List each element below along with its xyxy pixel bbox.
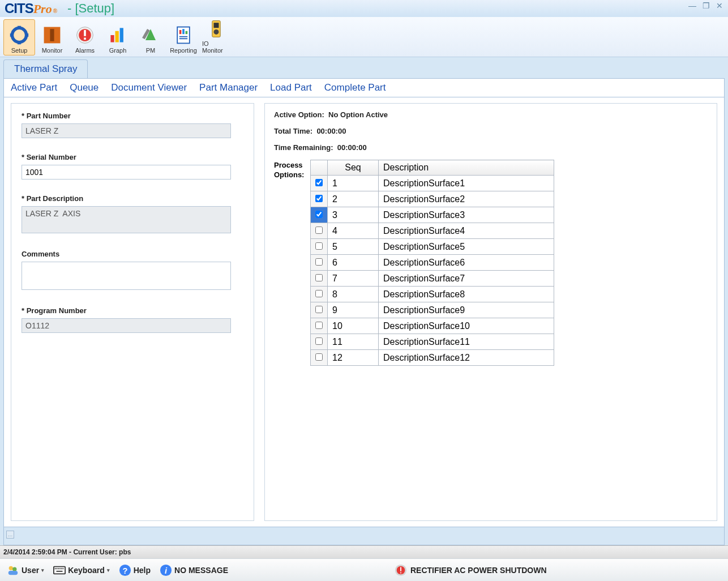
row-checkbox[interactable] — [315, 274, 323, 281]
svg-rect-39 — [400, 572, 401, 573]
row-checkbox[interactable] — [315, 338, 323, 345]
svg-rect-22 — [8, 570, 18, 574]
process-options-grid: Seq Description 1DescriptionSurface12Des… — [310, 160, 554, 366]
part-number-field — [22, 123, 231, 138]
close-icon[interactable]: ✕ — [714, 1, 725, 10]
info-icon: i — [160, 564, 172, 576]
part-form: * Part Number * Serial Number * Part Des… — [11, 103, 254, 521]
svg-rect-25 — [55, 568, 56, 569]
table-row[interactable]: 8DescriptionSurface8 — [311, 287, 554, 302]
row-seq: 8 — [328, 287, 379, 302]
table-row[interactable]: 3DescriptionSurface3 — [311, 207, 554, 223]
toolbar-reporting[interactable]: Reporting — [168, 19, 199, 55]
row-seq: 5 — [328, 239, 379, 255]
io-monitor-icon — [205, 19, 228, 39]
row-checkbox[interactable] — [315, 290, 323, 297]
svg-rect-38 — [400, 567, 401, 571]
table-row[interactable]: 4DescriptionSurface4 — [311, 223, 554, 239]
minimize-icon[interactable]: — — [687, 1, 697, 10]
message-indicator[interactable]: i NO MESSAGE — [156, 562, 232, 579]
table-row[interactable]: 10DescriptionSurface10 — [311, 318, 554, 334]
part-description-field: LASER Z AXIS — [22, 206, 231, 233]
alarms-icon — [74, 24, 96, 46]
table-row[interactable]: 11DescriptionSurface11 — [311, 334, 554, 350]
svg-rect-24 — [54, 567, 65, 573]
comments-label: Comments — [22, 250, 243, 258]
subnav-complete-part[interactable]: Complete Part — [324, 82, 386, 93]
row-checkbox[interactable] — [315, 242, 323, 250]
part-description-label: * Part Description — [22, 194, 243, 203]
toolbar-pm[interactable]: PM — [135, 19, 166, 55]
svg-text:?: ? — [122, 566, 127, 575]
row-desc: DescriptionSurface7 — [379, 271, 554, 287]
row-desc: DescriptionSurface11 — [379, 334, 554, 350]
serial-number-field[interactable] — [22, 165, 231, 180]
tab-thermal-spray[interactable]: Thermal Spray — [3, 59, 88, 78]
comments-field[interactable] — [22, 262, 231, 290]
users-icon — [7, 564, 19, 576]
subnav-queue[interactable]: Queue — [70, 82, 99, 93]
row-checkbox[interactable] — [315, 353, 323, 361]
table-row[interactable]: 12DescriptionSurface12 — [311, 350, 554, 366]
user-menu[interactable]: User▾ — [3, 562, 48, 579]
process-panel: Active Option: No Option Active Total Ti… — [264, 103, 717, 521]
help-button[interactable]: ? Help — [115, 562, 154, 579]
window-title: - [Setup] — [67, 1, 114, 16]
row-checkbox[interactable] — [315, 179, 323, 186]
restore-icon[interactable]: ❐ — [701, 1, 711, 10]
grid-header-seq: Seq — [328, 160, 379, 176]
row-desc: DescriptionSurface8 — [379, 287, 554, 302]
table-row[interactable]: 6DescriptionSurface6 — [311, 255, 554, 271]
part-number-label: * Part Number — [22, 112, 243, 120]
subnav-part-manager[interactable]: Part Manager — [199, 82, 258, 93]
toolbar-setup[interactable]: Setup — [3, 19, 35, 55]
row-desc: DescriptionSurface1 — [379, 176, 554, 191]
row-checkbox[interactable] — [315, 322, 323, 329]
svg-rect-15 — [179, 36, 187, 37]
row-desc: DescriptionSurface6 — [379, 255, 554, 271]
toolbar-alarms[interactable]: Alarms — [69, 19, 101, 55]
alert-icon — [395, 564, 407, 576]
svg-rect-29 — [61, 568, 62, 569]
main-toolbar: SetupMonitorAlarmsGraphPMReportingIO Mon… — [0, 17, 728, 57]
row-checkbox[interactable] — [315, 258, 323, 266]
subnav-load-part[interactable]: Load Part — [270, 82, 312, 93]
svg-rect-18 — [214, 23, 219, 28]
subnav-active-part[interactable]: Active Part — [11, 82, 57, 93]
row-checkbox[interactable] — [315, 227, 323, 234]
subnav-document-viewer[interactable]: Document Viewer — [111, 82, 187, 93]
svg-rect-16 — [179, 38, 187, 39]
svg-rect-12 — [179, 30, 182, 34]
table-row[interactable]: 5DescriptionSurface5 — [311, 239, 554, 255]
table-row[interactable]: 9DescriptionSurface9 — [311, 302, 554, 318]
table-row[interactable]: 7DescriptionSurface7 — [311, 271, 554, 287]
row-checkbox[interactable] — [315, 195, 323, 202]
row-seq: 9 — [328, 302, 379, 318]
process-options-label: Process Options: — [274, 160, 310, 180]
svg-rect-27 — [58, 568, 59, 569]
row-checkbox[interactable] — [315, 211, 323, 218]
table-row[interactable]: 1DescriptionSurface1 — [311, 176, 554, 191]
svg-rect-28 — [59, 568, 61, 569]
svg-rect-14 — [186, 31, 188, 34]
program-number-label: * Program Number — [22, 306, 243, 315]
table-row[interactable]: 2DescriptionSurface2 — [311, 191, 554, 207]
keyboard-menu[interactable]: Keyboard▾ — [50, 562, 113, 579]
keyboard-icon — [53, 564, 66, 576]
svg-rect-7 — [110, 35, 114, 42]
program-number-field — [22, 318, 231, 333]
toolbar-io-monitor[interactable]: IO Monitor — [200, 19, 232, 55]
total-time-line: Total Time: 00:00:00 — [274, 127, 708, 135]
row-seq: 2 — [328, 191, 379, 207]
row-checkbox[interactable] — [315, 306, 323, 313]
expand-handle[interactable]: … — [6, 531, 14, 539]
subnav: Active PartQueueDocument ViewerPart Mana… — [3, 78, 725, 97]
svg-rect-8 — [115, 31, 119, 42]
svg-rect-2 — [50, 29, 54, 41]
toolbar-graph[interactable]: Graph — [102, 19, 134, 55]
app-logo: CITSPro® — [5, 1, 57, 16]
active-option-line: Active Option: No Option Active — [274, 110, 708, 119]
toolbar-monitor[interactable]: Monitor — [36, 19, 68, 55]
row-seq: 7 — [328, 271, 379, 287]
svg-point-0 — [12, 28, 26, 42]
